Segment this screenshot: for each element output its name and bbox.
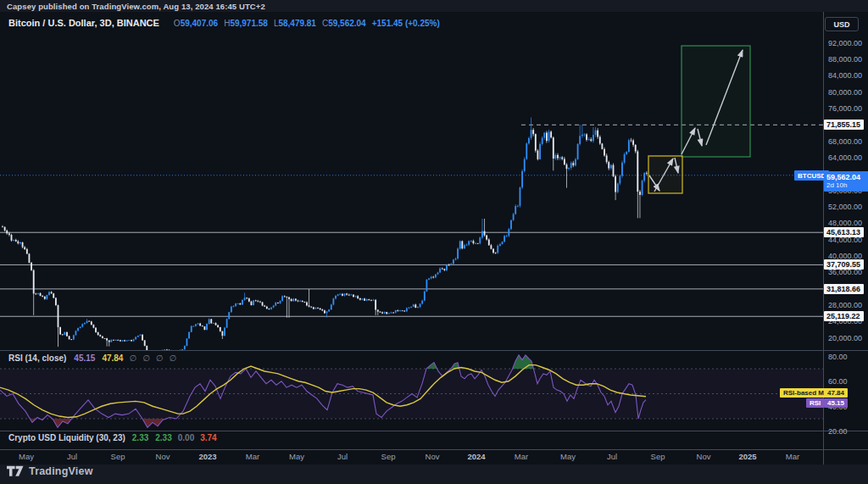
symbol-title[interactable]: Bitcoin / U.S. Dollar, 3D, BINANCE [8, 18, 159, 28]
month-tick-label: Nov [697, 452, 711, 461]
year-tick-label: 2025 [738, 452, 756, 461]
rsi-tick-label: 20.00 [828, 427, 848, 436]
price-tick-label: 80,000.00 [828, 88, 862, 97]
rsi-axis-value: 45.15 [824, 398, 848, 408]
price-change: +151.45 (+0.25%) [372, 19, 440, 28]
rsi-tick-label: 80.00 [828, 353, 848, 361]
drawn-line-price-label: 37,709.55 [824, 259, 864, 270]
liquidity-legend[interactable]: Crypto USD Liquidity (30, 23)2.332.330.0… [8, 433, 217, 442]
drawn-line-price-label: 45,613.13 [824, 227, 864, 237]
chart-canvas[interactable] [0, 0, 868, 484]
tradingview-attribution[interactable]: TradingView [7, 465, 93, 477]
liquidity-title[interactable]: Crypto USD Liquidity (30, 23) [8, 433, 125, 442]
year-tick-label: 2024 [467, 452, 485, 461]
currency-toggle-button[interactable]: USD [825, 17, 859, 31]
month-tick-label: Sep [111, 452, 125, 461]
tradingview-chart-screenshot: Capsey published on TradingView.com, Aug… [0, 0, 868, 484]
month-tick-label: Sep [651, 452, 665, 461]
rsi-line-tag: RSI [806, 398, 824, 408]
drawn-line-price-label: 25,119.22 [824, 311, 864, 321]
last-price-value: 59,562.04 [826, 173, 868, 181]
rsi-ma-axis-value: 47.84 [824, 388, 848, 398]
price-tick-label: 52,000.00 [828, 203, 862, 211]
price-tick-label: 76,000.00 [828, 104, 862, 113]
price-tick-label: 92,000.00 [828, 39, 862, 47]
rsi-empty-value: ∅ [156, 353, 164, 363]
rsi-empty-value: ∅ [129, 353, 136, 363]
publish-bar: Capsey published on TradingView.com, Aug… [0, 0, 868, 12]
publish-text: Capsey published on TradingView.com, Aug… [7, 2, 265, 11]
tradingview-attribution-text: TradingView [29, 465, 93, 477]
month-tick-label: Jul [607, 452, 617, 461]
liquidity-value-2: 2.33 [155, 433, 171, 442]
month-tick-label: Jul [67, 452, 77, 461]
month-tick-label: Jul [337, 452, 348, 461]
price-tick-label: 28,000.00 [828, 301, 862, 309]
tradingview-logo-icon [7, 465, 24, 477]
month-tick-label: Sep [381, 452, 396, 461]
rsi-legend[interactable]: RSI (14, close)45.1547.84∅∅∅∅ [8, 353, 176, 363]
price-tick-label: 20,000.00 [828, 334, 862, 342]
rsi-value: 45.15 [74, 353, 95, 363]
rsi-title[interactable]: RSI (14, close) [8, 353, 66, 363]
month-tick-label: Mar [246, 452, 259, 461]
price-tick-label: 68,000.00 [828, 137, 862, 146]
ohlc-close-value: 59,562.04 [328, 19, 366, 28]
month-tick-label: May [289, 452, 304, 461]
rsi-empty-value: ∅ [142, 353, 150, 363]
liquidity-value-4: 3.74 [200, 433, 216, 442]
price-tick-label: 64,000.00 [828, 153, 862, 162]
month-tick-label: May [19, 452, 34, 461]
month-tick-label: Mar [786, 452, 799, 461]
liquidity-value-3: 0.00 [178, 433, 194, 442]
drawn-line-price-label: 71,855.15 [824, 120, 864, 130]
last-price-badge: 59,562.04 2d 10h [824, 171, 868, 192]
symbol-legend[interactable]: Bitcoin / U.S. Dollar, 3D, BINANCEO59,40… [8, 18, 440, 28]
year-tick-label: 2023 [198, 452, 216, 461]
month-tick-label: Mar [515, 452, 528, 461]
price-tick-label: 88,000.00 [828, 55, 862, 64]
ohlc-low-value: 58,479.81 [278, 19, 316, 28]
rsi-ma-value: 47.84 [102, 353, 123, 363]
ohlc-open-label: O [174, 19, 181, 28]
rsi-empty-value: ∅ [170, 353, 177, 363]
price-tick-label: 40,000.00 [828, 252, 862, 260]
bar-countdown: 2d 10h [826, 181, 868, 190]
month-tick-label: May [560, 452, 576, 461]
month-tick-label: Nov [426, 452, 440, 461]
month-tick-label: Nov [156, 452, 170, 461]
ohlc-high-value: 59,971.58 [230, 19, 268, 28]
price-tick-label: 48,000.00 [828, 219, 862, 227]
ohlc-open-value: 59,407.06 [181, 19, 219, 28]
drawn-line-price-label: 31,818.66 [824, 284, 864, 294]
rsi-tick-label: 60.00 [828, 377, 848, 386]
liquidity-value-1: 2.33 [132, 433, 148, 442]
price-tick-label: 84,000.00 [828, 71, 862, 80]
